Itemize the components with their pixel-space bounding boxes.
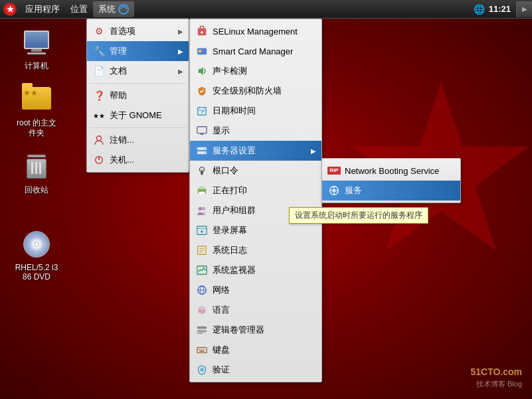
trash-icon[interactable]: 回收站 <box>13 151 60 195</box>
keyboard-icon <box>195 343 209 357</box>
svg-rect-44 <box>197 330 207 333</box>
documents-icon: 📄 <box>92 64 106 78</box>
places-menu-button[interactable]: 位置 <box>65 1 93 17</box>
svg-point-5 <box>201 31 203 34</box>
documents-menu-item[interactable]: 📄 文档 ▶ <box>87 61 189 81</box>
computer-icon-img <box>21 27 52 58</box>
smartcard-menu-item[interactable]: Smart Card Manager <box>190 41 321 61</box>
server-submenu: RIP Network Booting Service 服务 <box>321 158 461 203</box>
rootpw-menu-item[interactable]: 根口令 <box>190 161 321 181</box>
language-menu-item[interactable]: Aa 语言 <box>190 300 321 320</box>
keyboard-menu-item[interactable]: 键盘 <box>190 340 321 360</box>
network-icon[interactable]: 🌐 <box>474 4 485 15</box>
sound-menu-item[interactable]: 声卡检测 <box>190 61 321 81</box>
server-icon <box>195 144 209 157</box>
smartcard-icon <box>195 44 209 58</box>
svg-rect-47 <box>199 349 200 350</box>
datetime-label: 日期和时间 <box>213 105 316 117</box>
svg-rect-49 <box>203 349 205 350</box>
display-label: 显示 <box>213 125 316 137</box>
svg-rect-48 <box>201 349 202 350</box>
lvm-label: 逻辑卷管理器 <box>213 324 316 336</box>
svg-point-28 <box>199 207 202 210</box>
system-menu-dropdown: ⚙ 首选项 ▶ 🔧 管理 ▶ 📄 文档 ▶ ❓ 帮助 <box>86 19 189 173</box>
loginscreen-icon <box>195 224 209 237</box>
preferences-label: 首选项 <box>110 25 174 37</box>
help-menu-item[interactable]: ❓ 帮助 <box>87 86 189 106</box>
syslog-menu-item[interactable]: 系统日志 <box>190 240 321 260</box>
auth-menu-item[interactable]: 验证 <box>190 360 321 380</box>
app-launcher-icon[interactable]: ★ <box>0 1 20 17</box>
logout-menu-item[interactable]: 注销... <box>87 130 189 150</box>
svg-rect-45 <box>197 333 203 335</box>
computer-icon[interactable]: 计算机 <box>13 27 60 70</box>
rootpw-icon <box>195 164 209 177</box>
documents-arrow: ▶ <box>178 68 183 75</box>
smartcard-label: Smart Card Manager <box>213 46 316 56</box>
sysmon-label: 系统监视器 <box>213 264 316 276</box>
administration-icon: 🔧 <box>92 44 106 58</box>
language-icon: Aa <box>195 303 209 317</box>
sysmon-icon <box>195 264 209 277</box>
printing-icon <box>195 184 209 197</box>
netboot-label: Network Booting Service <box>345 166 455 176</box>
system-menu-button[interactable]: 系统 <box>93 1 134 17</box>
display-menu-item[interactable]: 显示 <box>190 121 321 141</box>
rootpw-label: 根口令 <box>213 165 316 177</box>
svg-rect-26 <box>199 187 204 189</box>
language-label: 语言 <box>213 304 316 316</box>
services-icon <box>327 184 341 197</box>
watermark-line2: 技术博客 Blog <box>470 379 522 389</box>
security-label: 安全级别和防火墙 <box>213 85 316 97</box>
sound-icon <box>195 64 209 78</box>
lvm-icon <box>195 323 209 337</box>
system-label: 系统 <box>98 3 116 15</box>
datetime-menu-item[interactable]: 日期和时间 <box>190 101 321 121</box>
syslog-label: 系统日志 <box>213 244 316 256</box>
svg-rect-7 <box>199 50 201 52</box>
syslog-icon <box>195 244 209 257</box>
dvd-icon[interactable]: RHEL/5.2 i386 DVD <box>13 228 60 282</box>
svg-point-0 <box>119 5 128 14</box>
about-gnome-label: 关于 GNOME <box>110 110 183 121</box>
printing-menu-item[interactable]: 正在打印 <box>190 181 321 200</box>
svg-text:Aa: Aa <box>199 308 205 314</box>
svg-point-51 <box>200 368 203 371</box>
system-menu-icon <box>118 4 129 15</box>
dvd-label: RHEL/5.2 i386 DVD <box>13 263 60 282</box>
trash-img <box>21 151 52 183</box>
datetime-icon <box>195 104 209 118</box>
network-menu-item[interactable]: 网络 <box>190 280 321 300</box>
about-gnome-menu-item[interactable]: ★★ 关于 GNOME <box>87 106 189 125</box>
places-label: 位置 <box>70 3 88 15</box>
taskbar-scroll-right[interactable]: ▶ <box>516 1 532 17</box>
desktop-icons-container: 计算机 ★★ root 的主文件夹 <box>13 27 60 281</box>
scroll-arrow: ▶ <box>522 5 527 13</box>
svg-point-29 <box>202 207 205 210</box>
shutdown-menu-item[interactable]: 关机... <box>87 150 189 170</box>
home-folder-icon[interactable]: ★★ root 的主文件夹 <box>13 84 60 137</box>
taskbar-left: ★ 应用程序 位置 系统 <box>0 1 468 17</box>
services-menu-item[interactable]: 服务 <box>322 181 460 200</box>
preferences-arrow: ▶ <box>178 28 183 35</box>
desktop: ★ 应用程序 位置 系统 🌐 11:21 <box>0 0 532 399</box>
server-settings-menu-item[interactable]: 服务器设置 ▶ <box>190 141 321 161</box>
sound-label: 声卡检测 <box>213 65 316 77</box>
applications-menu-button[interactable]: 应用程序 <box>20 1 65 17</box>
printing-label: 正在打印 <box>213 185 316 197</box>
lvm-menu-item[interactable]: 逻辑卷管理器 <box>190 320 321 340</box>
clock: 11:21 <box>489 4 511 14</box>
selinux-icon <box>195 25 209 38</box>
preferences-menu-item[interactable]: ⚙ 首选项 ▶ <box>87 21 189 41</box>
network-icon <box>195 283 209 297</box>
svg-point-20 <box>205 148 206 149</box>
taskbar-right: 🌐 11:21 <box>468 4 516 15</box>
sysmon-menu-item[interactable]: 系统监视器 <box>190 260 321 280</box>
svg-point-32 <box>201 230 203 233</box>
netboot-menu-item[interactable]: RIP Network Booting Service <box>322 161 460 181</box>
security-menu-item[interactable]: 安全级别和防火墙 <box>190 81 321 101</box>
watermark: 51CTO.com 技术博客 Blog <box>470 366 522 389</box>
svg-rect-50 <box>199 351 204 352</box>
administration-menu-item[interactable]: 🔧 管理 ▶ <box>87 41 189 61</box>
selinux-menu-item[interactable]: SELinux Management <box>190 21 321 41</box>
